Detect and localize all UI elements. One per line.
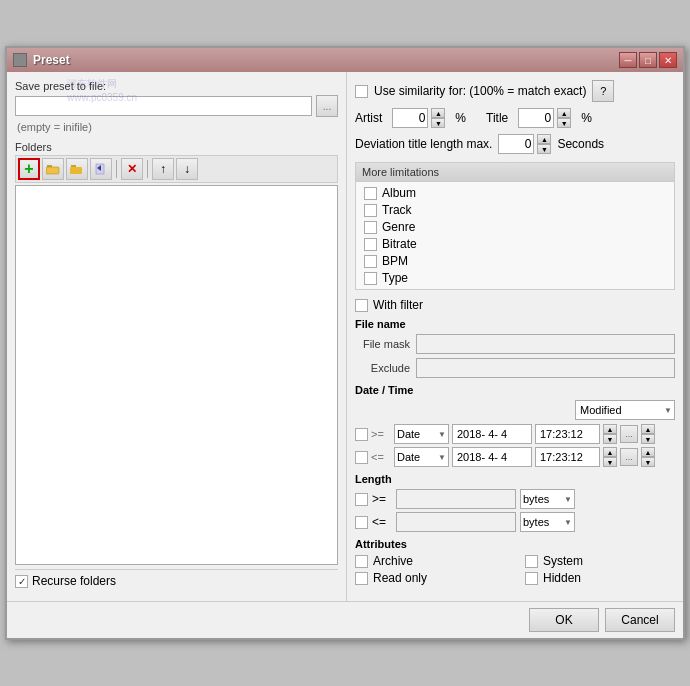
date-type-gte-select[interactable]: Date <box>394 424 449 444</box>
track-label: Track <box>382 203 412 217</box>
artist-spin-up[interactable]: ▲ <box>431 108 445 118</box>
time-lte-spin-down[interactable]: ▼ <box>603 457 617 467</box>
folders-label: Folders <box>15 141 338 153</box>
date-type-lte-wrapper: Date <box>394 447 449 467</box>
save-preset-label: Save preset to file: <box>15 80 338 92</box>
with-filter-checkbox[interactable] <box>355 299 368 312</box>
length-lte-input[interactable] <box>396 512 516 532</box>
time-gte-input[interactable] <box>535 424 600 444</box>
row-lte-spin-up[interactable]: ▲ <box>641 447 655 457</box>
attributes-grid: Archive System Read only Hidden <box>355 554 675 585</box>
row-gte-spin-down[interactable]: ▼ <box>641 434 655 444</box>
delete-button[interactable]: ✕ <box>121 158 143 180</box>
list-item: Genre <box>364 220 666 234</box>
time-gte-spin-up[interactable]: ▲ <box>603 424 617 434</box>
date-gte-calendar[interactable]: ... <box>620 425 638 443</box>
save-preset-input[interactable] <box>15 96 312 116</box>
hidden-label: Hidden <box>543 571 581 585</box>
ok-button[interactable]: OK <box>529 608 599 632</box>
date-lte-calendar[interactable]: ... <box>620 448 638 466</box>
bitrate-checkbox[interactable] <box>364 238 377 251</box>
length-gte-input[interactable] <box>396 489 516 509</box>
system-label: System <box>543 554 583 568</box>
bpm-checkbox[interactable] <box>364 255 377 268</box>
album-checkbox[interactable] <box>364 187 377 200</box>
similarity-checkbox[interactable] <box>355 85 368 98</box>
title-spin-down[interactable]: ▼ <box>557 118 571 128</box>
time-lte-spin-up[interactable]: ▲ <box>603 447 617 457</box>
datetime-gte-checkbox[interactable] <box>355 428 368 441</box>
move-up-button[interactable]: ↑ <box>152 158 174 180</box>
deviation-spin-up[interactable]: ▲ <box>537 134 551 144</box>
list-item: Read only <box>355 571 505 585</box>
hidden-checkbox[interactable] <box>525 572 538 585</box>
help-button[interactable]: ? <box>592 80 614 102</box>
move-down-button[interactable]: ↓ <box>176 158 198 180</box>
deviation-input[interactable] <box>498 134 534 154</box>
svg-rect-3 <box>71 165 76 167</box>
length-gte-unit-select[interactable]: bytes KB MB <box>520 489 575 509</box>
length-gte-checkbox[interactable] <box>355 493 368 506</box>
folder-button[interactable] <box>66 158 88 180</box>
open-folder-button[interactable] <box>42 158 64 180</box>
length-lte-op: <= <box>372 515 392 529</box>
length-gte-op: >= <box>372 492 392 506</box>
time-gte-spin-down[interactable]: ▼ <box>603 434 617 444</box>
archive-checkbox[interactable] <box>355 555 368 568</box>
datetime-lte-checkbox[interactable] <box>355 451 368 464</box>
artist-spinner: ▲ ▼ <box>392 108 445 128</box>
svg-rect-0 <box>47 165 52 167</box>
cancel-button[interactable]: Cancel <box>605 608 675 632</box>
import-button[interactable] <box>90 158 112 180</box>
row-gte-spinbuttons: ▲ ▼ <box>641 424 655 444</box>
limitations-list: Album Track Genre Bitrate <box>356 182 674 289</box>
list-item: Bitrate <box>364 237 666 251</box>
add-folder-button[interactable]: + <box>18 158 40 180</box>
exclude-input[interactable] <box>416 358 675 378</box>
title-input[interactable] <box>518 108 554 128</box>
folders-toolbar: + ✕ ↑ ↓ <box>15 155 338 183</box>
recurse-checkbox[interactable] <box>15 575 28 588</box>
datetime-dropdown-row: Modified Created Accessed <box>355 400 675 420</box>
title-spinbuttons: ▲ ▼ <box>557 108 571 128</box>
list-item: Track <box>364 203 666 217</box>
artist-input[interactable] <box>392 108 428 128</box>
archive-label: Archive <box>373 554 413 568</box>
deviation-label: Deviation title length max. <box>355 137 492 151</box>
genre-checkbox[interactable] <box>364 221 377 234</box>
row-gte-spin-up[interactable]: ▲ <box>641 424 655 434</box>
row-lte-spin-down[interactable]: ▼ <box>641 457 655 467</box>
date-lte-input[interactable] <box>452 447 532 467</box>
title-label: Title <box>486 111 508 125</box>
right-panel: Use similarity for: (100% = match exact)… <box>347 72 683 601</box>
length-lte-unit-select[interactable]: bytes KB MB <box>520 512 575 532</box>
time-lte-input[interactable] <box>535 447 600 467</box>
main-content: Save preset to file: ... (empty = inifil… <box>7 72 683 601</box>
length-section: Length >= bytes KB MB <= <box>355 473 675 532</box>
type-checkbox[interactable] <box>364 272 377 285</box>
svg-rect-1 <box>46 167 59 174</box>
track-checkbox[interactable] <box>364 204 377 217</box>
maximize-button[interactable]: □ <box>639 52 657 68</box>
browse-button[interactable]: ... <box>316 95 338 117</box>
datetime-type-select[interactable]: Modified Created Accessed <box>575 400 675 420</box>
exclude-row: Exclude <box>355 358 675 378</box>
bpm-label: BPM <box>382 254 408 268</box>
length-lte-checkbox[interactable] <box>355 516 368 529</box>
date-type-lte-select[interactable]: Date <box>394 447 449 467</box>
deviation-spinbuttons: ▲ ▼ <box>537 134 551 154</box>
datetime-gte-row: >= Date ▲ ▼ ... ▲ ▼ <box>355 424 675 444</box>
date-gte-input[interactable] <box>452 424 532 444</box>
close-button[interactable]: ✕ <box>659 52 677 68</box>
toolbar-separator-2 <box>147 160 148 178</box>
readonly-checkbox[interactable] <box>355 572 368 585</box>
recurse-row: Recurse folders <box>15 569 338 592</box>
minimize-button[interactable]: ─ <box>619 52 637 68</box>
file-mask-input[interactable] <box>416 334 675 354</box>
title-spin-up[interactable]: ▲ <box>557 108 571 118</box>
limitations-header: More limitations <box>356 163 674 182</box>
similarity-label: Use similarity for: (100% = match exact) <box>374 84 586 98</box>
system-checkbox[interactable] <box>525 555 538 568</box>
deviation-spin-down[interactable]: ▼ <box>537 144 551 154</box>
artist-spin-down[interactable]: ▼ <box>431 118 445 128</box>
